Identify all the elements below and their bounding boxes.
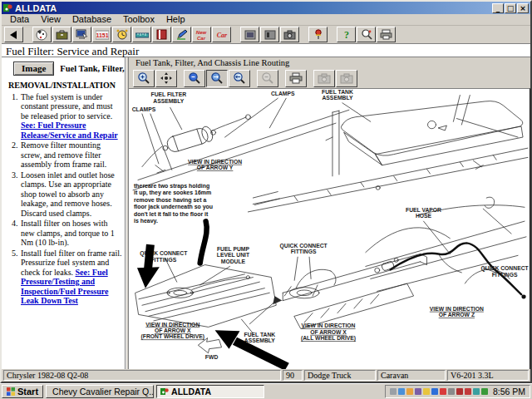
tray-icon[interactable] — [415, 388, 421, 395]
clock-icon — [116, 29, 128, 40]
view-arrow-x-fwd-caption: VIEW IN DIRECTION — [145, 322, 200, 328]
close-button[interactable]: × — [517, 3, 529, 13]
document-panel: Image Fuel Tank, Filter, And Chassis l R… — [2, 57, 126, 369]
procedure-text: REMOVAL/INSTALLATION 1. The fuel system … — [2, 79, 125, 369]
car-button[interactable]: Car — [212, 27, 231, 42]
fwd-label: FWD — [205, 354, 219, 360]
minimize-button[interactable]: _ — [492, 3, 504, 13]
zoom-in-button[interactable] — [133, 70, 155, 87]
annotation-note: is heavy. — [134, 218, 158, 224]
zoom-fit-icon — [210, 71, 224, 85]
menu-bar: Data View Database Toolbox Help — [2, 14, 530, 26]
new-car-icon: New Car — [194, 29, 209, 41]
task-chevy-cavalier[interactable]: Chevy Cavalier Repair Q... — [46, 385, 154, 398]
image-button[interactable]: Image — [13, 62, 54, 76]
images-button[interactable] — [280, 27, 299, 42]
menu-database[interactable]: Database — [66, 14, 117, 25]
start-button[interactable]: Start — [2, 385, 43, 398]
annotation-note: thereare two straps holding — [134, 183, 209, 190]
view-arrow-y-caption: VIEW IN DIRECTION — [188, 159, 242, 165]
zoom-fit-button[interactable] — [206, 70, 228, 87]
notes-button[interactable] — [172, 27, 191, 42]
back-button[interactable] — [4, 27, 23, 42]
tray-icon[interactable] — [473, 388, 480, 395]
bookmark-button[interactable] — [308, 27, 328, 42]
measure-button[interactable] — [132, 27, 151, 42]
fuel-filter-assembly-label: ASSEMBLY — [153, 98, 185, 104]
status-year: 90 — [283, 370, 303, 381]
car-icon: Car — [215, 30, 229, 40]
toolbox-icon — [56, 29, 68, 40]
toolbox-button[interactable] — [52, 27, 71, 42]
window-title: ALLDATA — [15, 3, 491, 13]
menu-help[interactable]: Help — [160, 14, 191, 25]
view-arrow-x-awd-caption: (ALL WHEEL DRIVE) — [301, 336, 356, 342]
step-text: The fuel system is under constant pressu… — [21, 92, 113, 121]
tray-icon[interactable] — [390, 388, 397, 395]
library-button[interactable] — [152, 27, 171, 42]
quick-connect-fittings-label: FITTINGS — [150, 257, 176, 263]
fuel-tank-assembly-label: ASSEMBLY — [244, 337, 276, 343]
task-alldata[interactable]: ALLDATA — [156, 385, 264, 398]
help-button[interactable]: ? — [337, 27, 356, 42]
view-arrow-y-caption: OF ARROW Y — [197, 165, 234, 171]
tray-icon[interactable] — [431, 388, 438, 395]
figure-viewport: FUEL FILTER ASSEMBLY CLAMPS CLAMPS VIEW … — [129, 88, 530, 369]
tray-icon[interactable] — [398, 388, 405, 395]
new-car-button[interactable]: New Car — [192, 27, 211, 42]
parts-button[interactable] — [240, 27, 259, 42]
new-car-label-bottom: Car — [197, 36, 206, 41]
tray-icon[interactable] — [423, 388, 430, 395]
tray-clock: 8:56 PM — [493, 387, 525, 397]
menu-view[interactable]: View — [35, 14, 66, 25]
procedure-heading: REMOVAL/INSTALLATION — [8, 81, 124, 91]
task-label: ALLDATA — [171, 387, 211, 397]
tray-icon[interactable] — [481, 388, 488, 395]
menu-data[interactable]: Data — [4, 14, 35, 25]
tray-icon[interactable] — [448, 388, 455, 395]
new-car-label-top: New — [196, 30, 207, 35]
printer-icon — [289, 72, 303, 84]
labor-button[interactable] — [260, 27, 279, 42]
tray-icon[interactable] — [456, 388, 463, 395]
pan-button[interactable] — [155, 70, 177, 87]
fuel-pressure-release-link[interactable]: See: Fuel Pressure Release/Service and R… — [21, 121, 118, 140]
annotation-stroke — [200, 221, 207, 264]
zoom-actual-button[interactable] — [184, 70, 205, 87]
find-button[interactable] — [357, 27, 376, 42]
main-toolbar: 1151 New Car Car — [2, 26, 530, 44]
menu-toolbox[interactable]: Toolbox — [117, 14, 160, 25]
figure-caption: Fuel Tank, Filter, And Chassis Line Rout… — [129, 57, 530, 68]
annotation-note: floor jack underneath so you — [134, 204, 213, 210]
pan-icon — [160, 71, 173, 85]
reminders-button[interactable] — [112, 27, 131, 42]
procedure-step: 5. Install fuel filter on frame rail. Pr… — [8, 249, 124, 306]
procedure-step: 1. The fuel system is under constant pre… — [8, 92, 124, 140]
print-image-button[interactable] — [285, 70, 307, 87]
help-icon: ? — [342, 29, 351, 40]
quick-connect-fittings-label: FITTINGS — [492, 272, 518, 278]
view-arrow-x-fwd-caption: (FRONT WHEEL DRIVE) — [141, 334, 205, 341]
quick-connect-fittings-label: FITTINGS — [291, 249, 317, 255]
zoom-out-button[interactable] — [229, 70, 250, 87]
print-icon — [380, 29, 392, 40]
maximize-button[interactable]: □ — [505, 3, 516, 13]
view-arrow-x-fwd-caption: OF ARROW X — [155, 328, 191, 333]
search-computer-button[interactable] — [72, 27, 91, 42]
tray-icon[interactable] — [465, 388, 471, 395]
tray-icon[interactable] — [440, 388, 446, 395]
tray-icon[interactable] — [406, 388, 413, 395]
annotation-note: don't let it fall to the floor it — [134, 211, 209, 217]
annotation-arrow-upleft — [234, 341, 287, 367]
computer-search-icon — [76, 29, 88, 40]
title-bar[interactable]: ALLDATA _ □ × — [2, 2, 530, 14]
vehicle-button[interactable] — [32, 27, 52, 42]
tsb-button[interactable]: 1151 — [92, 27, 111, 42]
fuel-tank-assembly-label: FUEL TANK — [322, 89, 353, 95]
procedure-step: 3. Loosen inlet and outlet hose clamps. … — [8, 170, 124, 219]
document-toolbar: Image Fuel Tank, Filter, And Chassis l — [2, 57, 125, 79]
print-button[interactable] — [377, 27, 396, 42]
clamps-label: CLAMPS — [132, 106, 156, 112]
zoom-actual-icon — [188, 71, 201, 85]
annotation-arrow-down-head — [137, 267, 160, 288]
